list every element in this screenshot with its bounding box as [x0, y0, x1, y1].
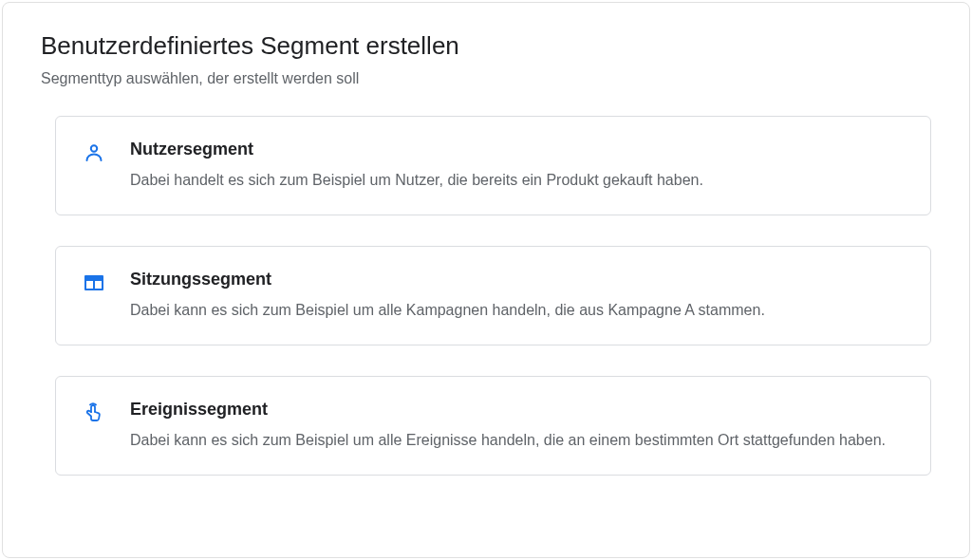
card-description: Dabei kann es sich zum Beispiel um alle … [130, 429, 904, 452]
segment-type-list: Nutzersegment Dabei handelt es sich zum … [41, 116, 931, 476]
card-title: Ereignissegment [130, 400, 904, 420]
card-description: Dabei handelt es sich zum Beispiel um Nu… [130, 169, 904, 192]
card-content: Sitzungssegment Dabei kann es sich zum B… [130, 270, 904, 322]
touch-icon [83, 401, 105, 424]
card-title: Sitzungssegment [130, 270, 904, 289]
card-content: Ereignissegment Dabei kann es sich zum B… [130, 400, 904, 452]
page-title: Benutzerdefiniertes Segment erstellen [41, 31, 931, 61]
card-description: Dabei kann es sich zum Beispiel um alle … [130, 299, 904, 322]
segment-card-event[interactable]: Ereignissegment Dabei kann es sich zum B… [55, 376, 931, 476]
segment-card-user[interactable]: Nutzersegment Dabei handelt es sich zum … [55, 116, 931, 215]
web-icon [83, 271, 105, 294]
svg-rect-3 [95, 281, 102, 289]
svg-rect-2 [86, 281, 93, 289]
segment-creation-panel: Benutzerdefiniertes Segment erstellen Se… [2, 2, 970, 558]
segment-card-session[interactable]: Sitzungssegment Dabei kann es sich zum B… [55, 246, 931, 345]
card-title: Nutzersegment [130, 140, 904, 159]
card-content: Nutzersegment Dabei handelt es sich zum … [130, 140, 904, 192]
person-icon [83, 141, 105, 164]
page-subtitle: Segmenttyp auswählen, der erstellt werde… [41, 70, 931, 87]
svg-point-0 [91, 145, 97, 151]
